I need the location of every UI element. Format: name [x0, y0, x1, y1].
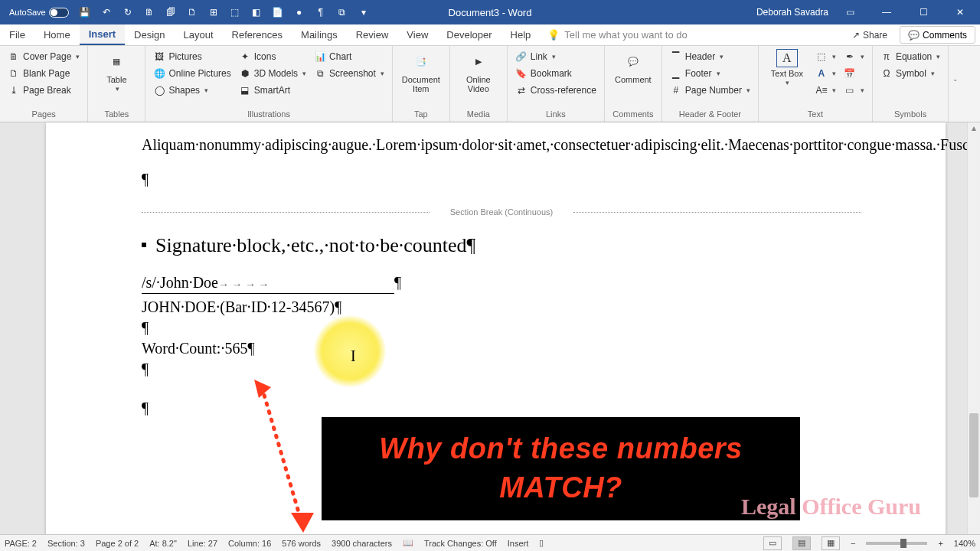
comment-button[interactable]: 💬Comment	[611, 49, 655, 84]
qat-7-icon[interactable]: 📄	[268, 2, 288, 22]
status-at[interactable]: At: 8.2"	[149, 539, 177, 548]
status-column[interactable]: Column: 16	[228, 539, 271, 548]
status-page-of[interactable]: Page 2 of 2	[96, 539, 139, 548]
qat-9-icon[interactable]: ¶	[311, 2, 331, 22]
link-button[interactable]: 🔗Link▾	[514, 49, 598, 64]
date-time-button[interactable]: 📅	[842, 66, 866, 81]
close-icon[interactable]: ✕	[945, 1, 975, 24]
object-button[interactable]: ▭▾	[842, 83, 866, 98]
signature-line-button[interactable]: ✒▾	[842, 49, 866, 64]
watermark: Legal Office Guru	[741, 491, 921, 523]
zoom-level[interactable]: 140%	[954, 539, 975, 548]
smartart-button[interactable]: ⬓SmartArt	[237, 83, 308, 98]
screenshot-button[interactable]: ⧉Screenshot▾	[312, 66, 386, 81]
bookmark-icon: 🔖	[515, 67, 528, 80]
tab-design[interactable]: Design	[125, 24, 174, 45]
redo-icon[interactable]: ↻	[118, 2, 138, 22]
online-pictures-button[interactable]: 🌐Online Pictures	[152, 66, 232, 81]
ribbon-display-icon[interactable]: ▭	[835, 1, 865, 24]
qat-8-icon[interactable]: ●	[289, 2, 309, 22]
qat-1-icon[interactable]: 🗎	[139, 2, 159, 22]
undo-icon[interactable]: ↶	[96, 2, 116, 22]
page-number-icon: #	[670, 84, 682, 96]
qat-3-icon[interactable]: 🗋	[182, 2, 202, 22]
status-line[interactable]: Line: 27	[188, 539, 217, 548]
cross-reference-button[interactable]: ⇄Cross-reference	[514, 83, 598, 98]
zoom-out-icon[interactable]: −	[851, 539, 855, 548]
pictures-button[interactable]: 🖼Pictures	[152, 49, 232, 64]
3d-models-button[interactable]: ⬢3D Models▾	[237, 66, 308, 81]
cover-page-button[interactable]: 🗎Cover Page▾	[6, 49, 81, 64]
status-word-count[interactable]: 576 words	[282, 539, 321, 548]
qat-5-icon[interactable]: ⬚	[225, 2, 245, 22]
qat-6-icon[interactable]: ◧	[247, 2, 266, 22]
footer-button[interactable]: ▁Footer▾	[668, 66, 752, 81]
drop-cap-icon: A≡	[815, 84, 828, 96]
group-media: ▶Online Video Media	[450, 46, 508, 122]
table-button[interactable]: ▦Table▾	[94, 49, 139, 93]
share-button[interactable]: ↗ Share	[844, 24, 895, 45]
group-pages: 🗎Cover Page▾ 🗋Blank Page ⤓Page Break Pag…	[0, 46, 88, 122]
shapes-icon: ◯	[153, 84, 165, 96]
symbol-button[interactable]: ΩSymbol▾	[879, 66, 942, 81]
header-button[interactable]: ▔Header▾	[668, 49, 752, 64]
view-web-layout-icon[interactable]: ▦	[822, 536, 840, 550]
chart-button[interactable]: 📊Chart	[312, 49, 386, 64]
status-spell-icon[interactable]: 📖	[403, 538, 413, 548]
tab-insert[interactable]: Insert	[80, 24, 125, 45]
highlight-annotation	[314, 315, 386, 387]
status-track-changes[interactable]: Track Changes: Off	[424, 539, 497, 548]
tab-references[interactable]: References	[223, 24, 292, 45]
tab-developer[interactable]: Developer	[437, 24, 501, 45]
tab-mailings[interactable]: Mailings	[292, 24, 347, 45]
tab-view[interactable]: View	[397, 24, 437, 45]
status-insert[interactable]: Insert	[508, 539, 529, 548]
bookmark-button[interactable]: 🔖Bookmark	[514, 66, 598, 81]
minimize-icon[interactable]: —	[871, 1, 902, 24]
online-video-button[interactable]: ▶Online Video	[456, 49, 501, 93]
quick-parts-button[interactable]: ⬚▾	[814, 49, 838, 64]
blank-page-icon: 🗋	[8, 67, 20, 80]
scroll-up-icon[interactable]: ▴	[968, 122, 980, 133]
icons-button[interactable]: ✦Icons	[237, 49, 308, 64]
qat-more-icon[interactable]: ▾	[354, 2, 374, 22]
tab-layout[interactable]: Layout	[175, 24, 223, 45]
status-section[interactable]: Section: 3	[47, 539, 85, 548]
document-item-button[interactable]: 📑Document Item	[399, 49, 443, 93]
shapes-button[interactable]: ◯Shapes▾	[152, 83, 232, 98]
qat-10-icon[interactable]: ⧉	[332, 2, 352, 22]
toggle-off-icon	[49, 8, 69, 18]
header-icon: ▔	[670, 51, 682, 63]
page-number-button[interactable]: #Page Number▾	[668, 83, 752, 98]
text-box-button[interactable]: AText Box▾	[765, 49, 809, 87]
zoom-in-icon[interactable]: +	[938, 539, 942, 548]
tab-review[interactable]: Review	[347, 24, 398, 45]
maximize-icon[interactable]: ☐	[908, 1, 939, 24]
smartart-icon: ⬓	[239, 84, 251, 96]
collapse-ribbon-icon[interactable]: ˇ	[949, 46, 962, 122]
tab-home[interactable]: Home	[34, 24, 80, 45]
drop-cap-button[interactable]: A≡▾	[814, 83, 838, 98]
autosave-toggle[interactable]: AutoSave	[5, 6, 74, 19]
status-char-count[interactable]: 3900 characters	[332, 539, 392, 548]
tell-me-search[interactable]: 💡 Tell me what you want to do	[547, 24, 687, 45]
zoom-slider[interactable]	[866, 542, 927, 545]
page[interactable]: Aliquam·nonummy·adipiscing·augue.·Lorem·…	[46, 122, 946, 536]
status-macro-icon[interactable]: ▯	[539, 538, 544, 548]
scroll-thumb[interactable]	[969, 413, 978, 497]
comments-button[interactable]: 💬 Comments	[900, 26, 975, 44]
tab-help[interactable]: Help	[501, 24, 541, 45]
view-print-layout-icon[interactable]: ▤	[792, 536, 811, 550]
equation-button[interactable]: πEquation▾	[879, 49, 942, 64]
page-break-button[interactable]: ⤓Page Break	[6, 83, 81, 98]
save-icon[interactable]: 💾	[75, 2, 95, 22]
view-read-mode-icon[interactable]: ▭	[763, 536, 782, 550]
tab-file[interactable]: File	[0, 24, 34, 45]
user-name[interactable]: Deborah Savadra	[756, 7, 828, 18]
vertical-scrollbar[interactable]: ▴	[967, 122, 980, 534]
wordart-button[interactable]: A▾	[814, 66, 838, 81]
blank-page-button[interactable]: 🗋Blank Page	[6, 66, 81, 81]
qat-2-icon[interactable]: 🗐	[161, 2, 181, 22]
status-page[interactable]: PAGE: 2	[5, 539, 37, 548]
qat-4-icon[interactable]: ⊞	[204, 2, 224, 22]
